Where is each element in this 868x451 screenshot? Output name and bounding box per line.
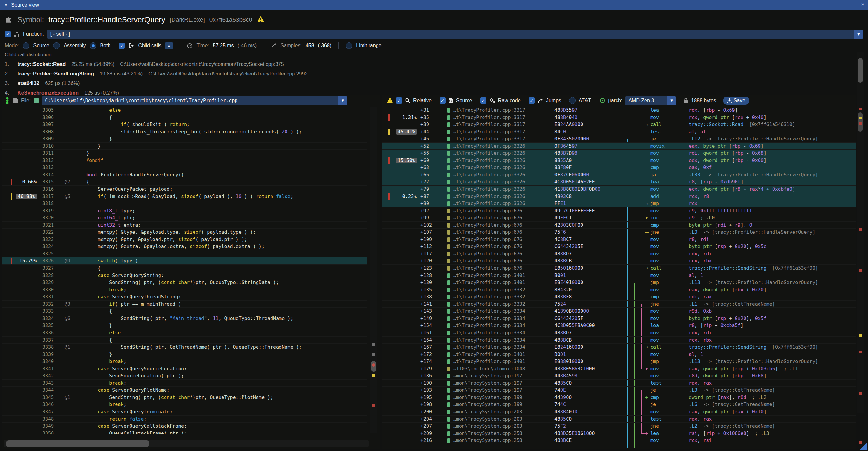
source-location[interactable]: …t\TracyProfiler.cpp:3334 bbox=[453, 322, 525, 329]
source-location[interactable]: …t\TracyProfiler.cpp:3326 bbox=[453, 200, 525, 207]
asm-row[interactable]: +109…t\TracyProfiler.hpp:6764C8BC7movr8,… bbox=[382, 236, 856, 243]
asm-row[interactable]: +161…t\TracyProfiler.cpp:3334488BD7movrd… bbox=[382, 329, 856, 337]
asm-row[interactable]: +143…t\TracyProfiler.cpp:333441B90B00000… bbox=[382, 308, 856, 315]
source-line[interactable]: 3311} bbox=[2, 150, 367, 157]
source-line[interactable]: 3329 SendString( ptr, (const char*)ptr, … bbox=[2, 279, 367, 286]
source-location[interactable]: …mon\TracySystem.cpp:197 bbox=[453, 380, 522, 387]
window-vertical-scrollbar[interactable] bbox=[857, 52, 864, 413]
source-line[interactable]: 3334@6 SendString( ptr, "Main thread", 1… bbox=[2, 315, 367, 322]
collapse-distribution-button[interactable]: ▲ bbox=[165, 42, 173, 49]
source-line[interactable]: 3340 break; bbox=[2, 358, 367, 365]
source-location[interactable]: …t\TracyProfiler.cpp:3401 bbox=[453, 272, 525, 279]
asm-row[interactable]: +92…t\TracyProfiler.hpp:67649C7C1FFFFFFF… bbox=[382, 207, 856, 215]
source-line[interactable]: 3320 uint64_t ptr; bbox=[2, 214, 367, 222]
asm-row[interactable]: +174…t\TracyProfiler.cpp:3401E9B8010000j… bbox=[382, 358, 856, 365]
source-location[interactable]: …t\TracyProfiler.cpp:3326 bbox=[453, 164, 525, 171]
child-call-item[interactable]: 2.tracy::Profiler::SendLongString19.88 m… bbox=[5, 69, 855, 79]
source-location[interactable]: …t\TracyProfiler.cpp:3317 bbox=[453, 114, 525, 121]
save-button[interactable]: Save bbox=[723, 96, 749, 105]
source-checkbox[interactable]: ✓ bbox=[440, 97, 445, 103]
source-location[interactable]: …t\TracyProfiler.hpp:676 bbox=[453, 222, 522, 229]
source-location[interactable]: …t\TracyProfiler.hpp:676 bbox=[453, 214, 522, 222]
source-line[interactable]: 0.66%3315@7{ bbox=[2, 178, 367, 186]
source-line[interactable]: 3327 { bbox=[2, 265, 367, 272]
radio-both[interactable] bbox=[90, 42, 96, 49]
source-location[interactable]: …t\TracyProfiler.cpp:3326 bbox=[453, 186, 525, 193]
source-location[interactable]: …t\TracyProfiler.hpp:676 bbox=[453, 207, 522, 215]
source-line[interactable]: 3321 uint32_t extra; bbox=[2, 222, 367, 229]
asm-row[interactable]: +79…t\TracyProfiler.cpp:3326418B8C80E0BF… bbox=[382, 186, 856, 193]
child-call-item[interactable]: 4.KeSynchronizeExecution125 µs (0.27%) bbox=[5, 88, 855, 95]
source-line[interactable]: 3319 uint8_t type; bbox=[2, 207, 367, 215]
source-line[interactable]: 3313 bbox=[2, 164, 367, 171]
relative-checkbox[interactable]: ✓ bbox=[396, 97, 402, 103]
source-line[interactable]: 3336 else bbox=[2, 329, 367, 337]
asm-row[interactable]: +120…t\TracyProfiler.hpp:676488BCBmovrcx… bbox=[382, 257, 856, 265]
source-line[interactable]: 3338@1 SendString( ptr, GetThreadName( p… bbox=[2, 344, 367, 351]
asm-row[interactable]: +195…mon\TracySystem.cpp:199443900cmpdwo… bbox=[382, 394, 856, 401]
jumps-checkbox[interactable]: ✓ bbox=[529, 97, 535, 103]
asm-row[interactable]: +56…t\TracyProfiler.cpp:3326488B7D98movr… bbox=[382, 150, 856, 157]
source-location[interactable]: …t\TracyProfiler.cpp:3401 bbox=[453, 351, 525, 358]
asm-row[interactable]: +31…t\TracyProfiler.cpp:3317488D5597lear… bbox=[382, 107, 856, 114]
source-location[interactable]: …t\TracyProfiler.cpp:3326 bbox=[453, 157, 525, 164]
source-line[interactable]: 46.93%3317@5 if( !m_sock->Read( &payload… bbox=[2, 193, 367, 200]
resize-grip[interactable] bbox=[859, 442, 867, 450]
radio-assembly[interactable] bbox=[53, 42, 60, 49]
asm-row[interactable]: +154…t\TracyProfiler.cpp:33344C8D055FBA0… bbox=[382, 322, 856, 329]
source-line[interactable]: 3347 case ServerQueryTerminate: bbox=[2, 408, 367, 416]
asm-row[interactable]: +123…t\TracyProfiler.hpp:676E850160000‹c… bbox=[382, 265, 856, 272]
asm-row[interactable]: 15.50%+60…t\TracyProfiler.cpp:33268B55A0… bbox=[382, 157, 856, 164]
collapse-icon[interactable]: ▼ bbox=[4, 3, 8, 7]
window-titlebar[interactable]: ▼ Source view × bbox=[0, 0, 868, 10]
asm-row[interactable]: 1.31%+35…t\TracyProfiler.cpp:3317488B494… bbox=[382, 114, 856, 121]
close-icon[interactable]: × bbox=[861, 1, 865, 8]
source-horizontal-scrollbar[interactable] bbox=[3, 440, 369, 448]
source-location[interactable]: …t\TracyProfiler.cpp:3332 bbox=[453, 286, 525, 294]
asm-row[interactable]: +102…t\TracyProfiler.hpp:67642803C0F00cm… bbox=[382, 222, 856, 229]
source-line[interactable]: 3346 break; bbox=[2, 401, 367, 408]
source-line[interactable]: 3305 else bbox=[2, 107, 367, 114]
source-line[interactable]: 3331 case ServerQueryThreadString: bbox=[2, 293, 367, 301]
source-location[interactable]: …t\TracyProfiler.cpp:3401 bbox=[453, 279, 525, 286]
asm-row[interactable]: +200…mon\TracySystem.cpp:203488B4010movr… bbox=[382, 408, 856, 416]
source-location[interactable]: …t\TracyProfiler.cpp:3326 bbox=[453, 150, 525, 157]
asm-row[interactable]: +164…t\TracyProfiler.cpp:3334488BCBmovrc… bbox=[382, 337, 856, 344]
source-line[interactable]: 3350 QueueCallstackFrame( ptr ); bbox=[2, 430, 367, 434]
source-location[interactable]: …mon\TracySystem.cpp:199 bbox=[453, 394, 522, 401]
asm-row[interactable]: 45.41%+44…t\TracyProfiler.cpp:331784C0te… bbox=[382, 128, 856, 136]
asm-row[interactable]: +167…t\TracyProfiler.cpp:3334E824160000‹… bbox=[382, 344, 856, 351]
child-calls-checkbox[interactable]: ✓ bbox=[119, 43, 125, 49]
asm-row[interactable]: +149…t\TracyProfiler.cpp:3334C64424205Fm… bbox=[382, 315, 856, 322]
source-location[interactable]: …t\TracyProfiler.cpp:3326 bbox=[453, 193, 525, 200]
asm-row[interactable]: +46…t\TracyProfiler.cpp:33170F8435020000… bbox=[382, 136, 856, 143]
raw-code-checkbox[interactable]: ✓ bbox=[480, 97, 486, 103]
source-line[interactable]: 15.79%3326@9 switch( type ) bbox=[2, 257, 367, 265]
source-line[interactable]: 3325 bbox=[2, 250, 367, 258]
source-line[interactable]: 3341 case ServerQuerySourceLocation: bbox=[2, 365, 367, 373]
source-location[interactable]: …t\TracyProfiler.cpp:3326 bbox=[453, 178, 525, 186]
source-location[interactable]: …t\TracyProfiler.hpp:676 bbox=[453, 243, 522, 250]
asm-row[interactable]: +172…t\TracyProfiler.cpp:3401B001moval, … bbox=[382, 351, 856, 358]
asm-row[interactable]: +128…t\TracyProfiler.cpp:3401B001moval, … bbox=[382, 272, 856, 279]
asm-row[interactable]: +130…t\TracyProfiler.cpp:3401E9E4010000j… bbox=[382, 279, 856, 286]
asm-row[interactable]: +216…mon\TracySystem.cpp:258488BCEmovrcx… bbox=[382, 437, 856, 444]
source-location[interactable]: …mon\TracySystem.cpp:258 bbox=[453, 430, 522, 437]
source-location[interactable]: …t\TracyProfiler.cpp:3332 bbox=[453, 301, 525, 308]
source-location[interactable]: …t\TracyProfiler.cpp:3401 bbox=[453, 358, 525, 365]
source-location[interactable]: …t\TracyProfiler.hpp:676 bbox=[453, 236, 522, 243]
source-location[interactable]: …t\TracyProfiler.hpp:676 bbox=[453, 265, 522, 272]
source-line[interactable]: 3306 { bbox=[2, 114, 367, 121]
chevron-down-icon[interactable]: ▼ bbox=[338, 96, 347, 105]
source-line[interactable]: 3328 case ServerQueryString: bbox=[2, 272, 367, 279]
asm-row[interactable]: +63…t\TracyProfiler.cpp:332683F80Fcmpeax… bbox=[382, 164, 856, 171]
source-location[interactable]: …t\TracyProfiler.hpp:676 bbox=[453, 250, 522, 258]
asm-row[interactable]: +117…t\TracyProfiler.hpp:676488BD7movrdx… bbox=[382, 250, 856, 258]
source-line[interactable]: 3343 break; bbox=[2, 380, 367, 387]
source-location[interactable]: …t\TracyProfiler.cpp:3334 bbox=[453, 308, 525, 315]
source-location[interactable]: …t\TracyProfiler.cpp:3326 bbox=[453, 143, 525, 150]
source-location[interactable]: …mon\TracySystem.cpp:199 bbox=[453, 401, 522, 408]
source-location[interactable]: …t\TracyProfiler.cpp:3317 bbox=[453, 128, 525, 136]
source-line[interactable]: 3316 ServerQueryPacket payload; bbox=[2, 186, 367, 193]
source-location[interactable]: …mon\TracySystem.cpp:197 bbox=[453, 372, 522, 380]
